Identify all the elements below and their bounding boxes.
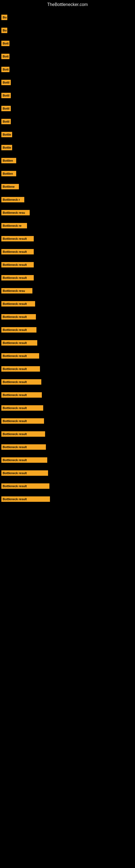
list-item: Bottleneck resu (1, 207, 134, 218)
bottleneck-label: Bottleneck result (1, 431, 45, 437)
bottleneck-label: Bottl (1, 106, 11, 111)
bottleneck-label: Bottleneck result (1, 366, 40, 372)
bottleneck-label: Bottl (1, 80, 11, 85)
bottleneck-label: Bo (1, 14, 7, 20)
list-item: Bottleneck result (1, 233, 134, 244)
bottleneck-label: Bottle (1, 132, 12, 137)
bottleneck-label: Bottleneck result (1, 262, 34, 268)
list-item: Bott (1, 64, 134, 75)
list-item: Bottleneck result (1, 390, 134, 400)
bottleneck-label: Bottleneck result (1, 379, 41, 384)
bottleneck-label: Bott (1, 54, 9, 59)
list-item: Bottleneck result (1, 415, 134, 426)
list-item: Bottleneck result (1, 311, 134, 322)
list-item: Bottl (1, 77, 134, 88)
list-item: Bottl (1, 90, 134, 101)
list-item: Bottle (1, 129, 134, 140)
list-item: Bottleneck resu (1, 285, 134, 296)
list-item: Bo (1, 12, 134, 23)
list-item: Bottleneck result (1, 364, 134, 374)
bottleneck-label: Bottleneck re (1, 223, 27, 228)
bottleneck-label: Bottleneck result (1, 340, 37, 346)
bottleneck-label: Bottlen (1, 158, 16, 163)
bottleneck-label: Bottlen (1, 171, 16, 176)
list-item: Bottleneck result (1, 337, 134, 348)
list-item: Bottleneck result (1, 350, 134, 361)
list-item: Bottle (1, 142, 134, 153)
bottleneck-label: Bo (1, 28, 7, 33)
bottleneck-label: Bottleneck result (1, 236, 34, 241)
bottleneck-label: Bottleneck result (1, 470, 48, 476)
bottleneck-label: Bottleneck result (1, 301, 35, 307)
list-item: Bottleneck result (1, 259, 134, 270)
bottleneck-label: Bottleneck result (1, 314, 36, 319)
list-item: Bottl (1, 103, 134, 114)
list-item: Bottleneck result (1, 246, 134, 257)
list-item: Bottleneck result (1, 324, 134, 335)
bottleneck-label: Bottlene (1, 184, 19, 189)
list-item: Bottl (1, 116, 134, 127)
list-item: Bottlen (1, 155, 134, 166)
list-item: Bottleneck r (1, 194, 134, 205)
list-item: Bo (1, 25, 134, 36)
bottleneck-label: Bottleneck result (1, 405, 43, 411)
bottleneck-label: Bottleneck result (1, 392, 42, 398)
list-item: Bott (1, 38, 134, 49)
bottleneck-label: Bottleneck resu (1, 288, 32, 293)
list-item: Bottleneck result (1, 403, 134, 413)
list-item: Bottlen (1, 168, 134, 179)
list-item: Bottleneck result (1, 299, 134, 309)
bottleneck-label: Bottleneck result (1, 484, 49, 489)
list-item: Bott (1, 51, 134, 62)
bottleneck-label: Bottleneck result (1, 275, 34, 280)
bottleneck-label: Bott (1, 67, 9, 72)
list-item: Bottleneck result (1, 272, 134, 283)
bottleneck-label: Bottleneck r (1, 197, 24, 203)
bottleneck-label: Bottleneck result (1, 444, 46, 450)
bottleneck-label: Bottleneck resu (1, 210, 30, 215)
bottleneck-label: Bottleneck result (1, 327, 37, 333)
bottleneck-label: Bottle (1, 145, 12, 150)
list-item: Bottleneck result (1, 455, 134, 465)
bottleneck-label: Bottleneck result (1, 418, 44, 424)
list-item: Bottleneck result (1, 429, 134, 439)
bottleneck-label: Bottleneck result (1, 353, 39, 359)
bottleneck-label: Bottl (1, 119, 11, 124)
site-title: TheBottlenecker.com (0, 0, 135, 9)
list-item: Bottleneck result (1, 480, 134, 492)
list-item: Bottleneck result (1, 376, 134, 388)
items-container: BoBoBottBottBottBottlBottlBottlBottlBott… (0, 9, 135, 509)
bottleneck-label: Bottleneck result (1, 496, 50, 502)
bottleneck-label: Bottleneck result (1, 249, 34, 254)
bottleneck-label: Bottleneck result (1, 457, 47, 463)
list-item: Bottlene (1, 181, 134, 192)
list-item: Bottleneck result (1, 494, 134, 504)
bottleneck-label: Bott (1, 41, 9, 46)
list-item: Bottleneck result (1, 442, 134, 453)
list-item: Bottleneck re (1, 220, 134, 231)
bottleneck-label: Bottl (1, 93, 11, 98)
list-item: Bottleneck result (1, 468, 134, 478)
